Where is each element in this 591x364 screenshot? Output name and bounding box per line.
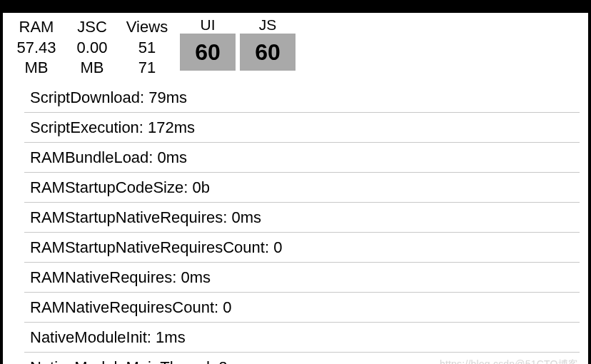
ram-value: 57.43 bbox=[11, 38, 61, 59]
jsc-stat: JSC 0.00 MB bbox=[66, 17, 118, 79]
metric-row: NativeModuleInit: 1ms bbox=[24, 323, 580, 353]
views-stat: Views 51 71 bbox=[118, 17, 176, 79]
views-value-1: 51 bbox=[123, 38, 171, 59]
metric-row: RAMNativeRequires: 0ms bbox=[24, 263, 580, 293]
js-fps-value: 60 bbox=[240, 34, 296, 71]
views-value-2: 71 bbox=[123, 58, 171, 79]
js-fps-block: JS 60 bbox=[240, 17, 296, 71]
metric-row: RAMStartupCodeSize: 0b bbox=[24, 173, 580, 203]
metric-row: RAMNativeRequiresCount: 0 bbox=[24, 293, 580, 323]
ui-fps-block: UI 60 bbox=[180, 17, 236, 71]
metric-row: ScriptExecution: 172ms bbox=[24, 113, 580, 143]
metric-row: ScriptDownload: 79ms bbox=[24, 83, 580, 113]
metric-row: RAMStartupNativeRequiresCount: 0 bbox=[24, 233, 580, 263]
stats-header: RAM 57.43 MB JSC 0.00 MB Views 51 71 UI … bbox=[3, 13, 588, 83]
watermark-text: https://blog.csdn@51CTO博客 bbox=[440, 358, 578, 364]
jsc-label: JSC bbox=[70, 17, 114, 38]
perf-monitor-panel: RAM 57.43 MB JSC 0.00 MB Views 51 71 UI … bbox=[1, 13, 590, 364]
metric-row: RAMBundleLoad: 0ms bbox=[24, 143, 580, 173]
ram-stat: RAM 57.43 MB bbox=[7, 17, 66, 79]
views-label: Views bbox=[123, 17, 171, 38]
ui-fps-value: 60 bbox=[180, 34, 236, 71]
window-title-bar bbox=[0, 0, 591, 13]
js-fps-label: JS bbox=[240, 17, 296, 32]
metrics-list: ScriptDownload: 79ms ScriptExecution: 17… bbox=[3, 83, 588, 364]
ram-unit: MB bbox=[11, 58, 61, 79]
ui-fps-label: UI bbox=[180, 17, 236, 32]
metric-row: RAMStartupNativeRequires: 0ms bbox=[24, 203, 580, 233]
ram-label: RAM bbox=[11, 17, 61, 38]
jsc-value: 0.00 bbox=[70, 38, 114, 59]
jsc-unit: MB bbox=[70, 58, 114, 79]
